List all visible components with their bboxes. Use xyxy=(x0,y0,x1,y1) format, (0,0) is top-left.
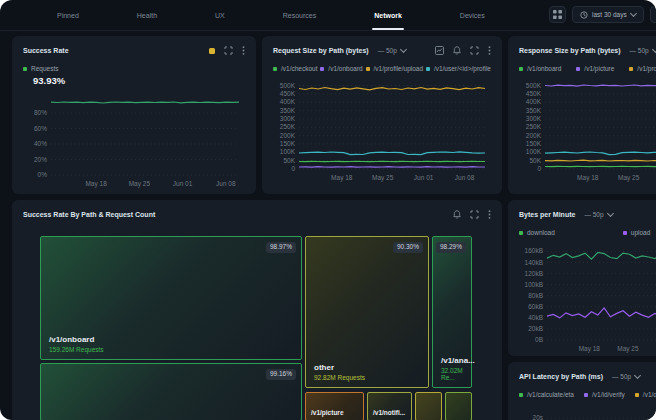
treemap-cell-label: other92.82M Requests xyxy=(314,363,365,381)
legend-item[interactable]: /v1/profi xyxy=(629,65,656,72)
svg-text:May 18: May 18 xyxy=(85,180,107,188)
response-size-chart[interactable]: 500K450K400K350K300K250K200K150K100K50K0… xyxy=(519,79,656,182)
kebab-menu-icon[interactable] xyxy=(488,210,491,219)
kebab-menu-icon[interactable] xyxy=(488,46,491,55)
svg-text:May 18: May 18 xyxy=(577,174,599,182)
svg-text:250K: 250K xyxy=(280,123,296,130)
path-name: /v1/ana... xyxy=(441,356,475,365)
tab-pinned[interactable]: Pinned xyxy=(57,1,79,30)
path-name: /v1/onboard xyxy=(49,335,104,344)
panel-request-size: Request Size by Path (bytes) — 50p xyxy=(262,36,502,194)
selector-label: — 50p xyxy=(612,373,631,380)
filter-button[interactable]: Filter/Co xyxy=(650,6,656,23)
tab-devices[interactable]: Devices xyxy=(460,1,485,30)
chevron-down-icon xyxy=(400,46,407,53)
tab-ux[interactable]: UX xyxy=(215,1,225,30)
alert-indicator-icon[interactable] xyxy=(209,48,215,54)
bytes-per-minute-chart[interactable]: 160kB140kB120kB100kB80kB60kB40kB20kB0BMa… xyxy=(519,243,656,353)
legend-item[interactable]: /v1/onboard xyxy=(519,65,561,72)
legend-label: download xyxy=(527,229,555,236)
legend-label: /v1/calculate/eta xyxy=(527,391,574,398)
svg-text:0: 0 xyxy=(537,165,541,172)
success-rate-chart[interactable]: 80%60%40%20%0%May 18May 25Jun 01Jun 08 xyxy=(23,92,245,188)
selector-label: — 50p xyxy=(584,211,603,218)
legend-item[interactable]: Requests xyxy=(23,65,58,72)
percentile-selector[interactable]: — 50p xyxy=(612,373,640,380)
tab-health[interactable]: Health xyxy=(137,1,157,30)
legend-dot xyxy=(519,231,523,235)
panel-success-rate-by-path: Success Rate By Path & Request Count 98.… xyxy=(12,200,502,420)
treemap-cell[interactable] xyxy=(415,392,442,420)
chart-view-icon[interactable] xyxy=(435,46,444,55)
legend-dot xyxy=(519,67,523,71)
kebab-menu-icon[interactable] xyxy=(242,46,245,55)
legend-item[interactable]: /v1/calculate/eta xyxy=(519,391,574,398)
bell-icon[interactable] xyxy=(453,46,461,55)
svg-text:300K: 300K xyxy=(526,115,542,122)
legend-item[interactable]: /v1/onboard xyxy=(320,65,362,72)
legend-item[interactable]: /v1/profile/upload xyxy=(366,65,424,72)
expand-icon[interactable] xyxy=(224,46,233,55)
svg-text:50K: 50K xyxy=(283,157,295,164)
api-latency-chart[interactable]: 20s xyxy=(519,405,656,420)
chevron-down-icon xyxy=(607,210,614,217)
legend-item[interactable]: /v1/picture xyxy=(576,65,614,72)
request-count: 92.82M Requests xyxy=(314,374,365,381)
treemap-cell[interactable] xyxy=(445,392,472,420)
svg-text:0B: 0B xyxy=(535,336,543,343)
bell-icon[interactable] xyxy=(453,210,461,219)
chevron-down-icon xyxy=(630,10,637,17)
treemap-cell[interactable]: /v1/notifi... xyxy=(367,392,412,420)
svg-text:Jun 01: Jun 01 xyxy=(414,174,434,181)
legend-item[interactable]: /v1/user/<id>/profile xyxy=(426,65,491,72)
svg-text:60%: 60% xyxy=(34,125,47,132)
expand-icon[interactable] xyxy=(470,210,479,219)
legend-item[interactable]: download xyxy=(519,229,555,236)
treemap-cell[interactable]: 98.29%/v1/ana...32.02M Re... xyxy=(432,236,472,388)
tab-resources[interactable]: Resources xyxy=(283,1,316,30)
top-nav: PinnedHealthUXResourcesNetworkDevices la… xyxy=(0,0,656,31)
treemap-cell[interactable]: /v1/picture xyxy=(305,392,364,420)
svg-text:500K: 500K xyxy=(280,82,296,89)
legend-item[interactable]: /v1/id/verify xyxy=(584,391,625,398)
svg-text:140kB: 140kB xyxy=(525,259,543,266)
legend-item[interactable]: upload xyxy=(623,229,651,236)
path-name: other xyxy=(314,363,365,372)
svg-text:Jun 01: Jun 01 xyxy=(173,180,193,187)
treemap-cell-label: /v1/picture xyxy=(311,409,344,416)
time-range-button[interactable]: last 30 days xyxy=(572,6,644,23)
legend-dot xyxy=(623,231,627,235)
legend-dot xyxy=(629,67,633,71)
legend-dot xyxy=(519,393,523,397)
grid-icon[interactable] xyxy=(549,6,566,23)
treemap-cell[interactable]: 98.97%/v1/onboard159.26M Requests xyxy=(40,236,302,360)
legend-item[interactable]: /v1/onbo xyxy=(635,391,656,398)
svg-text:Jun 08: Jun 08 xyxy=(216,180,236,187)
legend-label: /v1/onboard xyxy=(527,65,561,72)
panel-title: Bytes per Minute xyxy=(519,211,575,218)
request-count: 159.26M Requests xyxy=(49,346,104,353)
tab-network[interactable]: Network xyxy=(374,1,402,30)
percentile-selector[interactable]: — 50p xyxy=(630,47,656,54)
treemap-cell[interactable]: 99.16% xyxy=(40,363,302,420)
svg-text:100kB: 100kB xyxy=(525,281,543,288)
panel-title: Request Size by Path (bytes) xyxy=(273,47,369,54)
success-rate-badge: 98.97% xyxy=(266,242,296,253)
svg-text:450K: 450K xyxy=(280,90,296,97)
panel-bytes-per-minute: Bytes per Minute — 50p downloadupload 16… xyxy=(508,200,656,356)
percentile-selector[interactable]: — 50p xyxy=(378,47,406,54)
request-size-chart[interactable]: 500K450K400K350K300K250K200K150K100K50K0… xyxy=(273,79,491,182)
success-rate-treemap[interactable]: 98.97%/v1/onboard159.26M Requests99.16%9… xyxy=(40,236,472,420)
svg-text:250K: 250K xyxy=(526,123,542,130)
expand-icon[interactable] xyxy=(470,46,479,55)
selector-label: — 50p xyxy=(378,47,397,54)
panel-success-rate: Success Rate Requests 93.93% 80%60%40%20… xyxy=(12,36,256,194)
legend-dot xyxy=(426,67,430,71)
svg-text:May 18: May 18 xyxy=(579,345,601,353)
legend-label: /v1/user/<id>/profile xyxy=(434,65,491,72)
svg-text:350K: 350K xyxy=(526,107,542,114)
percentile-selector[interactable]: — 50p xyxy=(584,211,612,218)
legend-item[interactable]: /v1/checkout xyxy=(273,65,318,72)
request-count: 32.02M Re... xyxy=(441,367,475,381)
treemap-cell[interactable]: 90.30%other92.82M Requests xyxy=(305,236,429,388)
